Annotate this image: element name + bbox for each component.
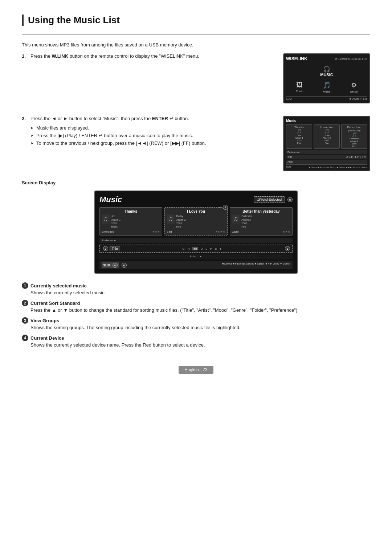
track-thanks-title: Thanks xyxy=(102,209,160,213)
music-diag-header: Music 1File(s) Selected 5 xyxy=(99,195,293,204)
bullet-3: To move to the previous / next group, pr… xyxy=(30,139,276,147)
wiselink-screen: WISELINK 951.3/4MB/991G.0EMB Free 🎧 MUSI… xyxy=(283,53,370,103)
music-screen-title: Music xyxy=(286,119,367,123)
step-2-text: 2. Press the ◄ or ► button to select "Mu… xyxy=(22,116,276,171)
num1-circle: 1 xyxy=(223,205,228,210)
step-2: 2. Press the ◄ or ► button to select "Mu… xyxy=(22,116,276,147)
annotation-2-header: 2 Current Sort Standard xyxy=(22,300,370,306)
annotation-3-title: View Groups xyxy=(30,318,59,323)
num2-circle: 2 xyxy=(103,246,108,251)
num1-callout: ✓ 1 xyxy=(219,205,228,210)
sort-bar-small: Title A G H I L P S T V xyxy=(286,155,367,159)
annotation-4: 4 Current Device Shows the currently sel… xyxy=(22,335,370,348)
bullet-1: Music files are displayed. xyxy=(30,124,276,132)
track-thanks-mood: Energetic ★★★ xyxy=(102,230,160,233)
wiselink-header: WISELINK 951.3/4MB/991G.0EMB Free xyxy=(286,56,367,61)
annotation-1-body: Shows the currently selected music. xyxy=(30,290,370,295)
wiselink-music-icon: 🎵 Music xyxy=(323,81,331,93)
footer-sum: SUM 4 xyxy=(102,262,119,268)
track-better-icon: ♫ xyxy=(232,214,240,224)
pref-row: Preference xyxy=(99,238,293,243)
track-iloveyou-details: Darby Album 2 2005 Pop xyxy=(176,214,186,229)
annotation-4-header: 4 Current Device xyxy=(22,335,370,341)
wiselink-setup-icon: ⚙ Setup xyxy=(350,81,358,93)
music-diag-footer: SUM 4 6 ■ Device ■ Favorites Setting ■ S… xyxy=(99,261,293,269)
track-better-mood: Calm ★★★ xyxy=(232,230,290,233)
step-1-content: Press the W.LINK button on the remote co… xyxy=(30,53,276,59)
track-better-title: Better than yesterday xyxy=(232,209,290,213)
annotation-2-body: Press the ▲ or ▼ button to change the st… xyxy=(30,307,370,313)
screen-display-section: Screen Display Music 1File(s) Selected 5… xyxy=(22,180,370,274)
footer-controls: ■ Device ■ Favorites Setting ■ Select ◄◄… xyxy=(222,262,290,268)
annotation-4-body: Shows the currently selected device name… xyxy=(30,342,370,348)
footer-left: SUM 4 6 xyxy=(102,262,127,268)
track-iloveyou: I Love You 🎵 DarbyAlbum 22005Pop xyxy=(314,124,340,149)
annotation-1-title: Currently selected music xyxy=(30,283,87,289)
annotation-3-header: 3 View Groups xyxy=(22,317,370,324)
step-2-bullets: Music files are displayed. Press the [▶]… xyxy=(30,124,276,147)
files-selected-badge: 1File(s) Selected xyxy=(254,196,285,203)
annotation-3-body: Shows the sorting groups. The sorting gr… xyxy=(30,325,370,330)
annotation-3: 3 View Groups Shows the sorting groups. … xyxy=(22,317,370,330)
step-2-num: 2. xyxy=(22,116,28,147)
page-footer: English - 73 xyxy=(22,362,370,374)
step-1-num: 1. xyxy=(22,53,28,59)
wiselink-footer: SUM ■ Device ↵ Exit xyxy=(286,96,367,101)
annotation-4-title: Current Device xyxy=(30,335,64,341)
track-thanks-details: Jee Album 1 2005 Blues xyxy=(111,214,121,229)
music-diagram-container: Music 1File(s) Selected 5 Thanks ♫ Jee xyxy=(22,191,370,274)
annotation-1-header: 1 Currently selected music xyxy=(22,282,370,289)
music-diagram: Music 1File(s) Selected 5 Thanks ♫ Jee xyxy=(94,191,298,274)
bullet-2: Press the [▶] (Play) / ENTER ↵ button ov… xyxy=(30,132,276,139)
music-footer-small: SUM ■ Device ■ Favorites Setting ■ Selec… xyxy=(286,164,367,168)
track-card-thanks: Thanks ♫ Jee Album 1 2005 Blues Energeti… xyxy=(99,207,162,236)
music-screen-small: Music Thanks 🎵 JeeAlbum 12005Pop I Love … xyxy=(283,116,370,171)
music-diag-tracks: Thanks ♫ Jee Album 1 2005 Blues Energeti… xyxy=(99,207,293,236)
pref-bar-small: Preference xyxy=(286,150,367,154)
track-better-details: Catherine Album 3 2005 Pop xyxy=(241,214,252,229)
num5-circle: 5 xyxy=(287,197,293,202)
wiselink-icons-row: 🖼 Photo 🎵 Music ⚙ Setup xyxy=(286,81,367,93)
annotation-3-num: 3 xyxy=(22,317,28,324)
track-iloveyou-mood: Sad ★★★★ xyxy=(167,230,225,233)
annotation-2: 2 Current Sort Standard Press the ▲ or ▼… xyxy=(22,300,370,313)
page-title-section: Using the Music List xyxy=(22,15,370,26)
annotation-1: 1 Currently selected music Shows the cur… xyxy=(22,282,370,295)
num6-circle: 6 xyxy=(122,263,127,268)
step-2-container: 2. Press the ◄ or ► button to select "Mu… xyxy=(22,116,370,171)
annotation-4-num: 4 xyxy=(22,335,28,341)
music-tracks-small: Thanks 🎵 JeeAlbum 12005Pop I Love You 🎵 … xyxy=(286,124,367,149)
track-better: Better than yesterday 🎵 CatherineAlbum 3… xyxy=(341,124,367,149)
sort-bar: 2 Title G H ■■ J L P S T 3 xyxy=(99,245,293,253)
track-thanks-icon: ♫ xyxy=(102,214,110,224)
step-1: 1. Press the W.LINK button on the remote… xyxy=(22,53,276,59)
num3-container: 3 xyxy=(284,246,290,251)
intro-text: This menu shows MP3 files from among the… xyxy=(22,42,370,48)
step-1-text: 1. Press the W.LINK button on the remote… xyxy=(22,53,276,107)
page-title: Using the Music List xyxy=(28,15,370,26)
wiselink-music-label: 🎧 MUSIC xyxy=(286,63,367,78)
annotation-1-num: 1 xyxy=(22,282,28,289)
annotations-section: 1 Currently selected music Shows the cur… xyxy=(22,282,370,348)
annotation-2-title: Current Sort Standard xyxy=(30,300,80,306)
num4-circle: 4 xyxy=(113,263,118,268)
title-divider xyxy=(22,34,370,35)
track-iloveyou-icon: ♫ xyxy=(167,214,175,224)
step-1-container: 1. Press the W.LINK button on the remote… xyxy=(22,53,370,107)
files-selected-container: 1File(s) Selected 5 xyxy=(254,196,293,203)
wiselink-title: WISELINK xyxy=(286,56,307,61)
step-2-content: Press the ◄ or ► button to select "Music… xyxy=(30,116,276,147)
sort-label: Title xyxy=(110,246,120,251)
annotation-2-num: 2 xyxy=(22,300,28,306)
track-card-iloveyou: ✓ 1 I Love You ♫ Darby Album 2 2005 Pop xyxy=(164,207,227,236)
sort-letters: G H ■■ J L P S T xyxy=(182,247,221,250)
track-iloveyou-title: I Love You xyxy=(167,209,225,213)
track-better-body: ♫ Catherine Album 3 2005 Pop xyxy=(232,214,290,229)
step-2-image: Music Thanks 🎵 JeeAlbum 12005Pop I Love … xyxy=(283,116,370,171)
artist-bar-small: Artist xyxy=(286,160,367,164)
num3-circle: 3 xyxy=(285,246,290,251)
footer-badge: English - 73 xyxy=(179,366,213,374)
step-1-image: WISELINK 951.3/4MB/991G.0EMB Free 🎧 MUSI… xyxy=(283,53,370,107)
track-iloveyou-body: ♫ Darby Album 2 2005 Pop xyxy=(167,214,225,229)
screen-display-label: Screen Display xyxy=(22,180,370,185)
